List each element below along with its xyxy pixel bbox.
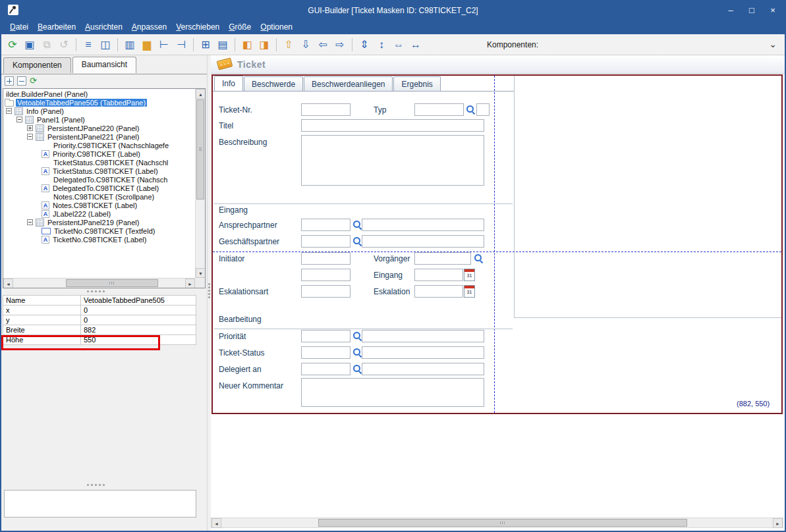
design-canvas[interactable]: Info Beschwerde Beschwerdeanliegen Ergeb… bbox=[211, 74, 783, 414]
collapse-icon[interactable] bbox=[16, 117, 22, 122]
delegiert-an-text-input[interactable] bbox=[362, 363, 484, 375]
ticket-nr-input[interactable] bbox=[301, 103, 351, 116]
tree-item[interactable]: TicketNo.C98TICKET (Textfeld) bbox=[3, 226, 195, 235]
tree-item[interactable]: DelegatedTo.C98TICKET (Nachsch bbox=[3, 175, 195, 184]
tab-order-icon[interactable]: ≡ bbox=[80, 37, 96, 53]
layout-grid-icon[interactable]: ⊞ bbox=[198, 37, 213, 53]
maximize-button[interactable]: □ bbox=[745, 5, 758, 16]
scroll-right-icon[interactable]: ► bbox=[185, 279, 195, 288]
tab-ergebnis[interactable]: Ergebnis bbox=[393, 76, 440, 91]
copy-icon[interactable]: ⧉ bbox=[39, 37, 55, 53]
tree-item[interactable]: PersistentJPanel221 (Panel) bbox=[3, 132, 195, 141]
collapse-icon[interactable] bbox=[27, 134, 33, 140]
titlebar[interactable]: GUI-Builder [Ticket Masken ID: C98TICKET… bbox=[1, 1, 785, 20]
menu-optionen[interactable]: Optionen bbox=[256, 21, 297, 33]
menu-verschieben[interactable]: Verschieben bbox=[171, 21, 224, 33]
tree-item[interactable]: APriority.C98TICKET (Label) bbox=[3, 149, 195, 158]
menu-anpassen[interactable]: Anpassen bbox=[127, 21, 171, 33]
tree-item[interactable]: Priority.C98TICKET (Nachschlagefe bbox=[3, 141, 195, 149]
titel-input[interactable] bbox=[301, 119, 484, 132]
scroll-left-icon[interactable]: ◄ bbox=[211, 518, 221, 528]
undo-icon[interactable]: ↺ bbox=[56, 37, 72, 53]
columns-icon[interactable]: ▥ bbox=[122, 37, 138, 53]
typ-input[interactable] bbox=[414, 103, 464, 116]
splitter-handle[interactable] bbox=[87, 484, 89, 486]
ticket-status-text-input[interactable] bbox=[362, 346, 484, 359]
move-down-icon[interactable]: ⇩ bbox=[298, 37, 314, 53]
resize-width-icon[interactable]: ⇔ bbox=[391, 37, 407, 53]
align-left-edges-icon[interactable]: ⊢ bbox=[156, 37, 172, 53]
save-icon[interactable]: ▣ bbox=[22, 37, 38, 53]
tree-item[interactable]: PersistentJPanel220 (Panel) bbox=[3, 124, 195, 132]
scroll-right-icon[interactable]: ► bbox=[773, 518, 783, 528]
ansprechpartner-lookup-icon[interactable] bbox=[352, 220, 362, 229]
prioritaet-lookup-icon[interactable] bbox=[352, 331, 362, 340]
geschaeftspartner-input[interactable] bbox=[301, 235, 351, 248]
align-right-edges-icon[interactable]: ⊣ bbox=[173, 37, 189, 53]
tree-item[interactable]: ANotes.C98TICKET (Label) bbox=[3, 201, 195, 209]
property-value[interactable]: 0 bbox=[81, 306, 196, 315]
tab-baumansicht[interactable]: Baumansicht bbox=[72, 57, 136, 73]
geschaeftspartner-lookup-icon[interactable] bbox=[352, 236, 362, 246]
tree-refresh-icon[interactable]: ⟳ bbox=[30, 76, 37, 86]
ansprechpartner-text-input[interactable] bbox=[362, 219, 484, 231]
tree-item[interactable]: ilder.BuilderPanel (Panel) bbox=[3, 90, 195, 98]
tree-item[interactable]: ATicketStatus.C98TICKET (Label) bbox=[3, 167, 195, 175]
collapse-icon[interactable] bbox=[27, 219, 33, 225]
scroll-left-icon[interactable]: ◄ bbox=[3, 279, 13, 288]
eingang-calendar-button[interactable]: 31 bbox=[464, 269, 475, 281]
typ-lookup-icon[interactable] bbox=[466, 105, 475, 114]
refresh-icon[interactable]: ⟳ bbox=[5, 37, 20, 53]
tree-vscroll-thumb[interactable] bbox=[196, 99, 204, 200]
neuer-kommentar-textarea[interactable] bbox=[301, 378, 484, 407]
initiator-input[interactable] bbox=[301, 252, 351, 265]
property-value[interactable]: VetoableTabbedPane505 bbox=[81, 296, 196, 306]
tab-info[interactable]: Info bbox=[214, 76, 243, 91]
chart-icon[interactable]: ▆ bbox=[139, 37, 155, 53]
resize-width-2-icon[interactable]: ↔ bbox=[408, 37, 424, 53]
tree-item[interactable]: PersistentJPanel219 (Panel) bbox=[3, 218, 195, 226]
eingang-date-input[interactable] bbox=[414, 269, 463, 281]
designer-horizontal-scrollbar[interactable]: ◄ ► bbox=[211, 518, 783, 528]
typ-extra-input[interactable] bbox=[476, 103, 490, 116]
vorgaenger-input[interactable] bbox=[414, 252, 471, 265]
tree-item[interactable]: Panel1 (Panel) bbox=[3, 115, 195, 124]
tree-item[interactable]: VetoableTabbedPane505 (TabbedPane) bbox=[3, 98, 195, 107]
tree-hscroll-thumb[interactable] bbox=[66, 279, 158, 287]
collapse-icon[interactable] bbox=[6, 108, 12, 114]
move-up-icon[interactable]: ⇧ bbox=[281, 37, 296, 53]
move-left-icon[interactable]: ⇦ bbox=[315, 37, 331, 53]
resize-height-2-icon[interactable]: ↕ bbox=[374, 37, 389, 53]
move-right-icon[interactable]: ⇨ bbox=[332, 37, 348, 53]
eskalation-calendar-button[interactable]: 31 bbox=[464, 285, 475, 298]
tree-item[interactable]: Info (Panel) bbox=[3, 107, 195, 115]
components-dropdown-icon[interactable]: ⌄ bbox=[769, 39, 777, 49]
beschreibung-textarea[interactable] bbox=[301, 135, 484, 186]
ticket-status-input[interactable] bbox=[301, 346, 351, 359]
menu-groesse[interactable]: Größe bbox=[224, 21, 256, 33]
tree-horizontal-scrollbar[interactable]: ◄ ► bbox=[3, 278, 195, 288]
property-value[interactable]: 882 bbox=[81, 325, 196, 335]
tree-item[interactable]: Notes.C98TICKET (Scrollpane) bbox=[3, 192, 195, 201]
tab-beschwerde[interactable]: Beschwerde bbox=[244, 76, 303, 91]
scroll-down-icon[interactable]: ▼ bbox=[196, 268, 206, 278]
prioritaet-input[interactable] bbox=[301, 330, 351, 342]
splitter-handle[interactable] bbox=[87, 290, 89, 292]
prioritaet-text-input[interactable] bbox=[362, 330, 484, 342]
expand-all-icon[interactable] bbox=[5, 76, 14, 86]
eskalation-date-input[interactable] bbox=[414, 285, 463, 298]
menu-datei[interactable]: Datei bbox=[5, 21, 33, 33]
find-component-icon[interactable]: ◫ bbox=[98, 37, 113, 53]
expand-icon[interactable] bbox=[27, 125, 33, 131]
tree-item[interactable]: TicketStatus.C98TICKET (Nachschl bbox=[3, 158, 195, 167]
tree-item[interactable]: ATicketNo.C98TICKET (Label) bbox=[3, 235, 195, 244]
menu-ausrichten[interactable]: Ausrichten bbox=[80, 21, 127, 33]
delegiert-an-input[interactable] bbox=[301, 363, 351, 375]
scroll-up-icon[interactable]: ▲ bbox=[196, 89, 206, 99]
tree-vertical-scrollbar[interactable]: ▲ ▼ bbox=[195, 89, 205, 278]
ansprechpartner-input[interactable] bbox=[301, 219, 351, 231]
tree-item[interactable]: AJLabel222 (Label) bbox=[3, 209, 195, 218]
tab-komponenten[interactable]: Komponenten bbox=[3, 57, 71, 73]
menu-bearbeiten[interactable]: Bearbeiten bbox=[33, 21, 80, 33]
eingangsart-input[interactable] bbox=[301, 269, 351, 281]
